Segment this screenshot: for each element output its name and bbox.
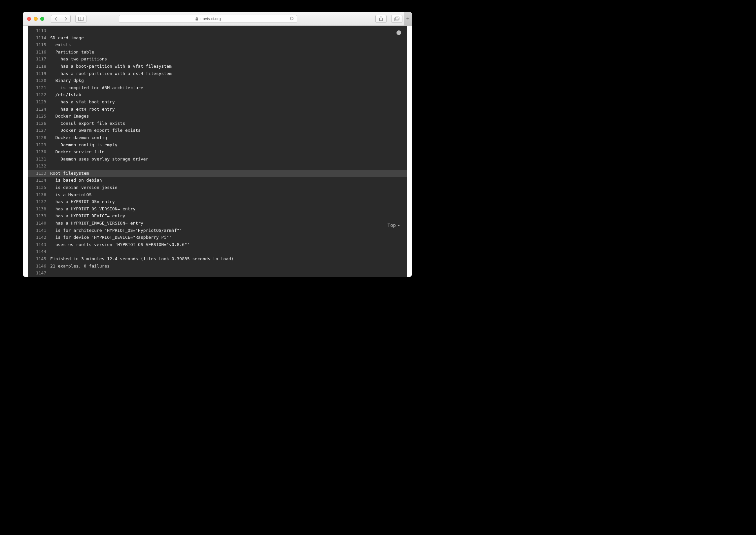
line-text: is compiled for ARM architecture — [50, 84, 143, 91]
sidebar-icon — [78, 17, 84, 21]
line-number: 1117 — [28, 55, 50, 63]
line-number: 1134 — [28, 177, 50, 184]
new-tab-button[interactable]: + — [404, 12, 412, 26]
log-line: 1129 Daemon config is empty — [28, 141, 407, 149]
line-number: 1127 — [28, 127, 50, 134]
scroll-top-button[interactable]: Top — [388, 222, 400, 229]
line-number: 1123 — [28, 98, 50, 106]
log-line: 1113 — [28, 27, 407, 34]
log-line: 1131 Daemon uses overlay storage driver — [28, 156, 407, 163]
share-button[interactable] — [375, 15, 387, 23]
log-line: 1118 has a boot-partition with a vfat fi… — [28, 63, 407, 70]
log-line: 1143 uses os-rootfs version 'HYPRIOT_OS_… — [28, 241, 407, 248]
tabs-icon — [394, 17, 399, 21]
line-number: 1114 — [28, 34, 50, 42]
log-line: 1144 — [28, 248, 407, 255]
line-number: 1142 — [28, 234, 50, 241]
chevron-right-icon — [64, 17, 67, 21]
window-maximize-button[interactable] — [40, 17, 44, 21]
line-text: 21 examples, 0 failures — [50, 263, 110, 270]
reload-icon — [290, 16, 294, 21]
sidebar-toggle-button[interactable] — [75, 15, 86, 23]
line-text: has a HYPRIOT_OS= entry — [50, 198, 115, 205]
log-line: 1121 is compiled for ARM architecture — [28, 84, 407, 91]
log-line: 1147 — [28, 269, 407, 277]
share-icon — [379, 16, 383, 21]
line-text: Root filesystem — [50, 170, 89, 177]
forward-button[interactable] — [61, 15, 71, 23]
chevron-left-icon — [54, 17, 57, 21]
log-status-indicator — [396, 30, 401, 35]
line-text: exists — [50, 41, 71, 49]
window-minimize-button[interactable] — [34, 17, 38, 21]
line-number: 1129 — [28, 141, 50, 149]
line-number: 1121 — [28, 84, 50, 91]
line-text: uses os-rootfs version 'HYPRIOT_OS_VERSI… — [50, 241, 190, 248]
line-number: 1128 — [28, 134, 50, 141]
line-number: 1144 — [28, 248, 50, 255]
toolbar-right — [375, 15, 402, 23]
line-text: Finished in 3 minutes 12.4 seconds (file… — [50, 255, 234, 263]
log-line: 1125 Docker Images — [28, 113, 407, 120]
line-number: 1131 — [28, 156, 50, 163]
tabs-button[interactable] — [391, 15, 402, 23]
line-text: Docker service file — [50, 148, 104, 156]
svg-rect-0 — [79, 17, 84, 20]
log-line: 1141 is for architecure 'HYPRIOT_OS="Hyp… — [28, 227, 407, 234]
line-text: has a root-partition with a ext4 filesys… — [50, 70, 172, 77]
line-number: 1133 — [28, 170, 50, 177]
page-content: Top 11131114SD card image1115 exists1116… — [23, 26, 412, 277]
line-text: Daemon config is empty — [50, 141, 118, 149]
window-controls — [27, 17, 44, 21]
line-number: 1125 — [28, 113, 50, 120]
log-line: 114621 examples, 0 failures — [28, 263, 407, 270]
line-number: 1124 — [28, 106, 50, 113]
line-number: 1146 — [28, 263, 50, 270]
line-text: is a HypriotOS — [50, 191, 91, 198]
log-line: 1115 exists — [28, 41, 407, 49]
lock-icon — [195, 17, 198, 21]
line-text: SD card image — [50, 34, 84, 42]
log-line: 1130 Docker service file — [28, 148, 407, 156]
window-close-button[interactable] — [27, 17, 31, 21]
line-number: 1122 — [28, 91, 50, 98]
log-line: 1140 has a HYPRIOT_IMAGE_VERSION= entry — [28, 220, 407, 227]
log-line: 1127 Docker Swarm export file exists — [28, 127, 407, 134]
line-number: 1135 — [28, 184, 50, 191]
line-number: 1115 — [28, 41, 50, 49]
line-text: Docker Images — [50, 113, 89, 120]
line-text: Daemon uses overlay storage driver — [50, 156, 148, 163]
line-text: has a vfat boot entry — [50, 98, 115, 106]
log-line: 1145Finished in 3 minutes 12.4 seconds (… — [28, 255, 407, 263]
log-line: 1122 /etc/fstab — [28, 91, 407, 98]
log-line: 1134 is based on debian — [28, 177, 407, 184]
reload-button[interactable] — [290, 16, 294, 21]
log-line: 1123 has a vfat boot entry — [28, 98, 407, 106]
build-log[interactable]: Top 11131114SD card image1115 exists1116… — [28, 26, 407, 277]
svg-rect-5 — [195, 18, 198, 20]
line-text: Partition table — [50, 49, 94, 56]
address-bar[interactable]: travis-ci.org — [119, 15, 297, 23]
line-number: 1113 — [28, 27, 50, 34]
line-number: 1145 — [28, 255, 50, 263]
line-text: has a HYPRIOT_OS_VERSION= entry — [50, 205, 135, 213]
log-line: 1120 Binary dpkg — [28, 77, 407, 84]
line-number: 1136 — [28, 191, 50, 198]
line-number: 1139 — [28, 212, 50, 220]
back-button[interactable] — [51, 15, 61, 23]
line-text: has a boot-partition with a vfat filesys… — [50, 63, 172, 70]
log-line: 1135 is debian version jessie — [28, 184, 407, 191]
log-line: 1133Root filesystem — [28, 170, 407, 177]
svg-rect-6 — [395, 18, 398, 21]
log-line: 1114SD card image — [28, 34, 407, 42]
line-number: 1143 — [28, 241, 50, 248]
line-text: has two partitions — [50, 55, 107, 63]
url-text: travis-ci.org — [200, 17, 221, 21]
log-line: 1124 has a ext4 root entry — [28, 106, 407, 113]
line-text: is for device 'HYPRIOT_DEVICE="Raspberry… — [50, 234, 172, 241]
line-text: Binary dpkg — [50, 77, 84, 84]
arrow-up-icon — [397, 224, 400, 227]
line-text: has a ext4 root entry — [50, 106, 115, 113]
line-number: 1126 — [28, 120, 50, 127]
line-number: 1116 — [28, 49, 50, 56]
